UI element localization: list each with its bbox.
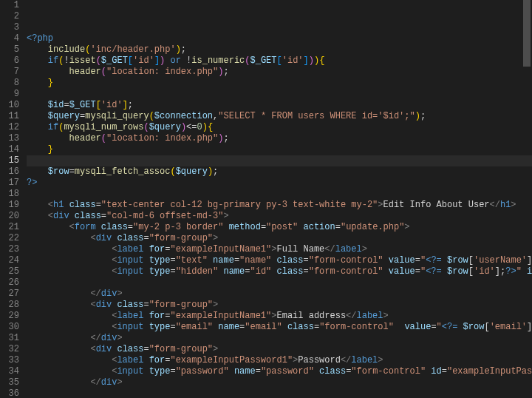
code-content: <?php include('inc/header.php'); if(!iss… (27, 33, 532, 398)
code-editor[interactable]: 1234567891011121314151617181920212223242… (0, 0, 532, 398)
scrollbar-thumb[interactable] (523, 0, 531, 67)
line-number-gutter: 1234567891011121314151617181920212223242… (0, 0, 27, 398)
code-area[interactable]: <?php include('inc/header.php'); if(!iss… (27, 0, 532, 398)
vertical-scrollbar[interactable] (523, 0, 531, 398)
